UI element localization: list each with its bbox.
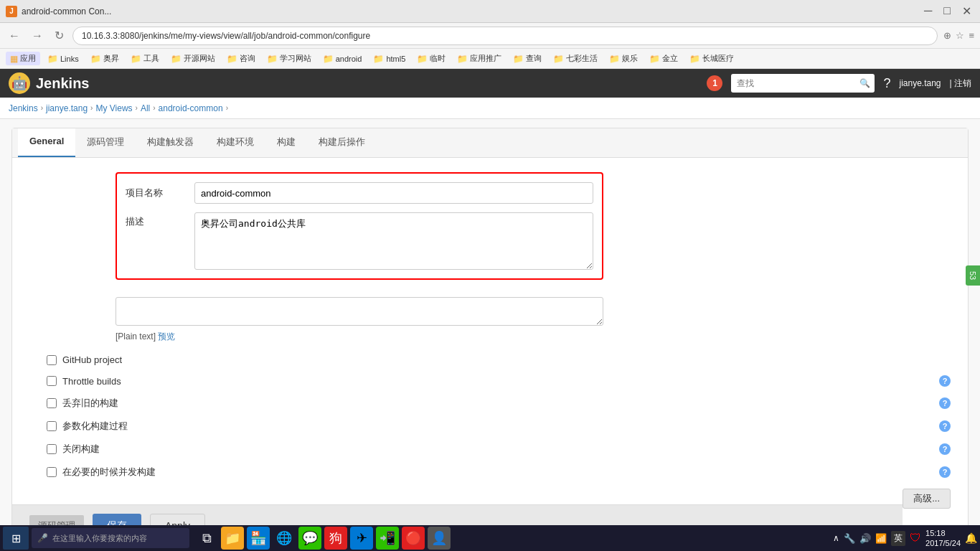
tab-build[interactable]: 构建 <box>265 128 307 157</box>
breadcrumb-project[interactable]: android-common <box>159 103 223 113</box>
notification-button[interactable]: 🔔 <box>965 532 977 544</box>
throttle-checkbox[interactable] <box>47 376 57 386</box>
window-controls[interactable]: ─ □ ✕ <box>921 4 974 18</box>
bookmark-links[interactable]: 📁 Links <box>43 52 83 65</box>
translate-icon[interactable]: ⊕ <box>943 30 951 41</box>
bookmark-greatwall[interactable]: 📁 长城医疗 <box>685 52 738 65</box>
extra-description-textarea[interactable] <box>116 297 603 326</box>
taskbar-fileexplorer[interactable]: 📁 <box>221 527 244 550</box>
concurrent-help-icon[interactable]: ? <box>939 466 951 478</box>
tab-build-env[interactable]: 构建环境 <box>205 128 265 157</box>
bookmark-promotion[interactable]: 📁 应用推广 <box>453 52 506 65</box>
start-button[interactable]: ⊞ <box>3 527 29 550</box>
jenkins-badge[interactable]: 1 <box>707 75 722 91</box>
checkbox-github: GitHub project <box>47 354 951 365</box>
bottom-section: 源码管理 保存 Apply <box>12 504 903 525</box>
maximize-button[interactable]: □ <box>941 4 953 18</box>
tab-general[interactable]: General <box>18 128 75 157</box>
bookmark-opensource[interactable]: 📁 开源网站 <box>166 52 220 65</box>
tab-build-trigger[interactable]: 构建触发器 <box>136 128 205 157</box>
entertainment-label: 娱乐 <box>622 53 638 64</box>
preview-link[interactable]: 预览 <box>158 331 175 342</box>
breadcrumb-myviews[interactable]: My Views <box>95 103 132 113</box>
parameterize-help-icon[interactable]: ? <box>939 420 951 432</box>
apps-icon: ▦ <box>10 54 18 64</box>
refresh-button[interactable]: ↻ <box>52 27 67 44</box>
close-button[interactable]: ✕ <box>959 4 974 18</box>
bookmark-html5[interactable]: 📁 html5 <box>369 52 410 65</box>
bookmark-study[interactable]: 📁 学习网站 <box>263 52 316 65</box>
colorlife-folder-icon: 📁 <box>553 54 564 64</box>
apply-button[interactable]: Apply <box>150 514 205 525</box>
help-icon[interactable]: ? <box>883 76 890 91</box>
disable-checkbox[interactable] <box>47 444 57 454</box>
concurrent-checkbox[interactable] <box>47 467 57 477</box>
jenkins-logout[interactable]: | 注销 <box>950 77 971 90</box>
throttle-help-icon[interactable]: ? <box>939 375 951 387</box>
taskbar-app4[interactable]: 👤 <box>428 527 451 550</box>
back-button[interactable]: ← <box>6 28 23 44</box>
bookmark-consult[interactable]: 📁 咨询 <box>222 52 260 65</box>
tray-icon-3: 📶 <box>875 533 887 544</box>
checkboxes-section: GitHub project Throttle builds ? 丢弃旧的构建 … <box>47 354 951 479</box>
breadcrumb-all[interactable]: All <box>141 103 150 113</box>
advanced-button[interactable]: 高级... <box>903 489 951 509</box>
jenkins-username[interactable]: jianye.tang <box>900 78 941 88</box>
right-tab[interactable]: 53 <box>966 265 980 286</box>
github-checkbox[interactable] <box>47 355 57 365</box>
taskbar-app3[interactable]: 🔴 <box>402 527 425 550</box>
up-arrow-icon[interactable]: ∧ <box>833 533 839 543</box>
bookmark-jinli[interactable]: 📁 金立 <box>645 52 682 65</box>
description-textarea[interactable]: 奥昇公司android公共库 <box>194 212 593 270</box>
taskbar-chrome[interactable]: 🌐 <box>273 527 296 550</box>
bookmark-android[interactable]: 📁 android <box>319 52 367 65</box>
consult-folder-icon: 📁 <box>227 54 237 64</box>
jenkins-search-input[interactable] <box>731 74 875 93</box>
taskbar-sogou[interactable]: 狗 <box>324 527 347 550</box>
antivirus-icon: 🛡 <box>910 532 921 545</box>
address-input[interactable] <box>72 27 938 45</box>
bookmark-tools[interactable]: 📁 工具 <box>126 52 164 65</box>
taskbar: ⊞ 🎤 在这里输入你要搜索的内容 ⧉ 📁 🏪 🌐 💬 狗 ✈ 📲 🔴 👤 ∧ 🔧… <box>0 525 980 551</box>
breadcrumb-sep-3: › <box>136 104 138 112</box>
greatwall-label: 长城医疗 <box>702 53 734 64</box>
aosheng-label: 奥昇 <box>103 53 119 64</box>
bookmark-entertainment[interactable]: 📁 娱乐 <box>605 52 642 65</box>
forward-button[interactable]: → <box>29 28 46 44</box>
breadcrumb: Jenkins › jianye.tang › My Views › All ›… <box>0 98 980 119</box>
bookmark-query[interactable]: 📁 查询 <box>509 52 546 65</box>
bookmark-icon[interactable]: ☆ <box>956 30 964 41</box>
form-content: 项目名称 描述 奥昇公司android公共库 <box>12 158 968 504</box>
project-name-input[interactable] <box>194 182 593 204</box>
language-indicator[interactable]: 英 <box>891 531 905 546</box>
taskbar-store[interactable]: 🏪 <box>247 527 270 550</box>
breadcrumb-user[interactable]: jianye.tang <box>46 103 88 113</box>
parameterize-checkbox[interactable] <box>47 421 57 431</box>
colorlife-label: 七彩生活 <box>566 53 598 64</box>
favicon: J <box>6 6 17 17</box>
breadcrumb-sep-5: › <box>226 104 228 112</box>
bookmark-aosheng[interactable]: 📁 奥昇 <box>86 52 123 65</box>
taskbar-taskview[interactable]: ⧉ <box>195 527 218 550</box>
minimize-button[interactable]: ─ <box>921 4 935 18</box>
taskbar-app2[interactable]: 📲 <box>376 527 399 550</box>
temp-folder-icon: 📁 <box>417 54 428 64</box>
jenkins-logo[interactable]: 🤖 Jenkins <box>9 72 89 94</box>
bookmark-apps[interactable]: ▦ 应用 <box>6 52 40 65</box>
disable-help-icon[interactable]: ? <box>939 443 951 455</box>
discard-help-icon[interactable]: ? <box>939 397 951 409</box>
breadcrumb-jenkins[interactable]: Jenkins <box>9 103 38 113</box>
tools-label: 工具 <box>143 53 159 64</box>
bookmark-colorlife[interactable]: 📁 七彩生活 <box>549 52 602 65</box>
taskbar-wechat[interactable]: 💬 <box>298 527 321 550</box>
save-button[interactable]: 保存 <box>93 514 141 525</box>
tab-source[interactable]: 源码管理 <box>75 128 136 157</box>
taskbar-search[interactable]: 🎤 在这里输入你要搜索的内容 <box>32 528 189 548</box>
taskbar-app1[interactable]: ✈ <box>350 527 373 550</box>
android-folder-icon: 📁 <box>323 54 334 64</box>
discard-checkbox[interactable] <box>47 398 57 408</box>
bookmark-temp[interactable]: 📁 临时 <box>413 52 450 65</box>
tab-post-build[interactable]: 构建后操作 <box>307 128 377 157</box>
query-label: 查询 <box>526 53 542 64</box>
menu-icon[interactable]: ≡ <box>969 30 974 41</box>
